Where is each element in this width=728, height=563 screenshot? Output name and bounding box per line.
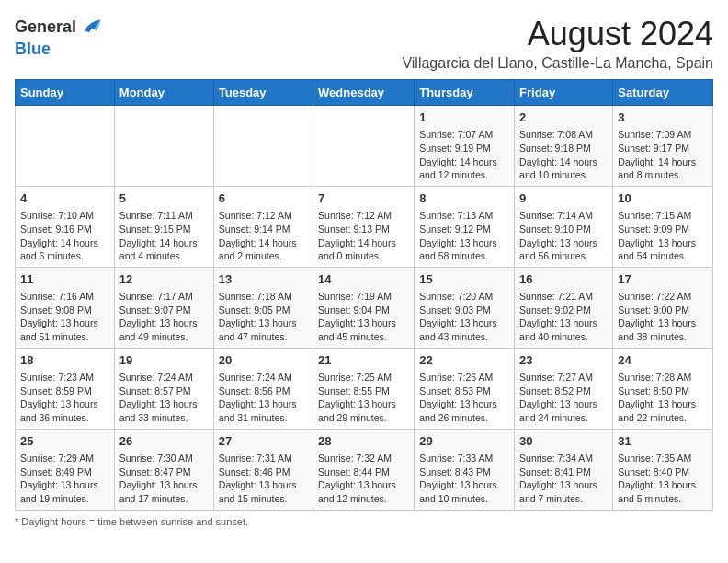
day-info: Sunrise: 7:24 AM Sunset: 8:56 PM Dayligh…	[219, 371, 308, 425]
day-info: Sunrise: 7:18 AM Sunset: 9:05 PM Dayligh…	[219, 290, 308, 344]
calendar-cell	[213, 106, 313, 187]
day-number: 7	[318, 190, 409, 207]
day-info: Sunrise: 7:25 AM Sunset: 8:55 PM Dayligh…	[318, 371, 409, 425]
day-info: Sunrise: 7:32 AM Sunset: 8:44 PM Dayligh…	[318, 452, 409, 506]
calendar-cell: 21Sunrise: 7:25 AM Sunset: 8:55 PM Dayli…	[313, 348, 415, 429]
day-number: 16	[519, 271, 608, 288]
day-number: 20	[219, 352, 308, 369]
calendar-cell: 24Sunrise: 7:28 AM Sunset: 8:50 PM Dayli…	[613, 348, 713, 429]
day-number: 25	[20, 433, 109, 450]
day-number: 24	[618, 352, 708, 369]
calendar-table: SundayMondayTuesdayWednesdayThursdayFrid…	[15, 79, 713, 511]
day-number: 14	[318, 271, 409, 288]
subtitle: Villagarcia del Llano, Castille-La Manch…	[402, 55, 713, 72]
day-number: 9	[519, 190, 608, 207]
calendar-cell: 14Sunrise: 7:19 AM Sunset: 9:04 PM Dayli…	[313, 267, 415, 348]
day-info: Sunrise: 7:09 AM Sunset: 9:17 PM Dayligh…	[618, 128, 708, 182]
calendar-cell: 18Sunrise: 7:23 AM Sunset: 8:59 PM Dayli…	[16, 348, 115, 429]
week-row-1: 1Sunrise: 7:07 AM Sunset: 9:19 PM Daylig…	[16, 106, 713, 187]
day-info: Sunrise: 7:13 AM Sunset: 9:12 PM Dayligh…	[419, 209, 509, 263]
day-info: Sunrise: 7:30 AM Sunset: 8:47 PM Dayligh…	[119, 452, 209, 506]
calendar-cell: 27Sunrise: 7:31 AM Sunset: 8:46 PM Dayli…	[213, 429, 313, 510]
footer-note: * Daylight hours = time between sunrise …	[15, 516, 713, 527]
calendar-cell: 1Sunrise: 7:07 AM Sunset: 9:19 PM Daylig…	[415, 106, 515, 187]
week-row-3: 11Sunrise: 7:16 AM Sunset: 9:08 PM Dayli…	[16, 267, 713, 348]
calendar-cell: 16Sunrise: 7:21 AM Sunset: 9:02 PM Dayli…	[515, 267, 613, 348]
day-info: Sunrise: 7:14 AM Sunset: 9:10 PM Dayligh…	[519, 209, 608, 263]
column-header-saturday: Saturday	[613, 80, 713, 106]
column-header-sunday: Sunday	[16, 80, 115, 106]
calendar-cell: 13Sunrise: 7:18 AM Sunset: 9:05 PM Dayli…	[213, 267, 313, 348]
day-number: 1	[419, 109, 509, 126]
column-header-tuesday: Tuesday	[213, 80, 313, 106]
calendar-cell: 31Sunrise: 7:35 AM Sunset: 8:40 PM Dayli…	[613, 429, 713, 510]
day-number: 13	[219, 271, 308, 288]
calendar-cell: 19Sunrise: 7:24 AM Sunset: 8:57 PM Dayli…	[114, 348, 213, 429]
day-info: Sunrise: 7:19 AM Sunset: 9:04 PM Dayligh…	[318, 290, 409, 344]
day-number: 29	[419, 433, 509, 450]
day-info: Sunrise: 7:21 AM Sunset: 9:02 PM Dayligh…	[519, 290, 608, 344]
day-number: 28	[318, 433, 409, 450]
day-number: 27	[219, 433, 308, 450]
day-info: Sunrise: 7:24 AM Sunset: 8:57 PM Dayligh…	[119, 371, 209, 425]
day-info: Sunrise: 7:16 AM Sunset: 9:08 PM Dayligh…	[20, 290, 109, 344]
day-number: 10	[618, 190, 708, 207]
day-info: Sunrise: 7:34 AM Sunset: 8:41 PM Dayligh…	[519, 452, 608, 506]
calendar-cell: 29Sunrise: 7:33 AM Sunset: 8:43 PM Dayli…	[415, 429, 515, 510]
calendar-cell: 9Sunrise: 7:14 AM Sunset: 9:10 PM Daylig…	[515, 186, 613, 267]
day-info: Sunrise: 7:35 AM Sunset: 8:40 PM Dayligh…	[618, 452, 708, 506]
day-number: 5	[119, 190, 209, 207]
day-info: Sunrise: 7:20 AM Sunset: 9:03 PM Dayligh…	[419, 290, 509, 344]
day-number: 4	[20, 190, 109, 207]
calendar-cell: 5Sunrise: 7:11 AM Sunset: 9:15 PM Daylig…	[114, 186, 213, 267]
day-number: 2	[519, 109, 608, 126]
day-number: 19	[119, 352, 209, 369]
calendar-cell: 26Sunrise: 7:30 AM Sunset: 8:47 PM Dayli…	[114, 429, 213, 510]
day-number: 26	[119, 433, 209, 450]
calendar-cell: 30Sunrise: 7:34 AM Sunset: 8:41 PM Dayli…	[515, 429, 613, 510]
day-number: 8	[419, 190, 509, 207]
column-header-wednesday: Wednesday	[313, 80, 415, 106]
logo-bird-icon	[78, 15, 104, 40]
daylight-label: Daylight hours	[21, 516, 85, 527]
calendar-cell: 20Sunrise: 7:24 AM Sunset: 8:56 PM Dayli…	[213, 348, 313, 429]
day-info: Sunrise: 7:12 AM Sunset: 9:14 PM Dayligh…	[219, 209, 308, 263]
column-header-thursday: Thursday	[415, 80, 515, 106]
week-row-4: 18Sunrise: 7:23 AM Sunset: 8:59 PM Dayli…	[16, 348, 713, 429]
calendar-cell: 23Sunrise: 7:27 AM Sunset: 8:52 PM Dayli…	[515, 348, 613, 429]
calendar-cell	[114, 106, 213, 187]
logo-text-blue: Blue	[15, 40, 51, 59]
calendar-cell: 25Sunrise: 7:29 AM Sunset: 8:49 PM Dayli…	[16, 429, 115, 510]
calendar-cell: 17Sunrise: 7:22 AM Sunset: 9:00 PM Dayli…	[613, 267, 713, 348]
day-info: Sunrise: 7:26 AM Sunset: 8:53 PM Dayligh…	[419, 371, 509, 425]
calendar-cell: 28Sunrise: 7:32 AM Sunset: 8:44 PM Dayli…	[313, 429, 415, 510]
calendar-cell: 3Sunrise: 7:09 AM Sunset: 9:17 PM Daylig…	[613, 106, 713, 187]
day-info: Sunrise: 7:08 AM Sunset: 9:18 PM Dayligh…	[519, 128, 608, 182]
week-row-2: 4Sunrise: 7:10 AM Sunset: 9:16 PM Daylig…	[16, 186, 713, 267]
calendar-header-row: SundayMondayTuesdayWednesdayThursdayFrid…	[16, 80, 713, 106]
calendar-cell: 6Sunrise: 7:12 AM Sunset: 9:14 PM Daylig…	[213, 186, 313, 267]
title-area: August 2024 Villagarcia del Llano, Casti…	[402, 15, 713, 72]
calendar-cell: 4Sunrise: 7:10 AM Sunset: 9:16 PM Daylig…	[16, 186, 115, 267]
calendar-cell: 22Sunrise: 7:26 AM Sunset: 8:53 PM Dayli…	[415, 348, 515, 429]
day-info: Sunrise: 7:23 AM Sunset: 8:59 PM Dayligh…	[20, 371, 109, 425]
day-number: 12	[119, 271, 209, 288]
day-info: Sunrise: 7:22 AM Sunset: 9:00 PM Dayligh…	[618, 290, 708, 344]
calendar-cell	[16, 106, 115, 187]
day-info: Sunrise: 7:11 AM Sunset: 9:15 PM Dayligh…	[119, 209, 209, 263]
day-info: Sunrise: 7:12 AM Sunset: 9:13 PM Dayligh…	[318, 209, 409, 263]
column-header-friday: Friday	[515, 80, 613, 106]
calendar-cell: 10Sunrise: 7:15 AM Sunset: 9:09 PM Dayli…	[613, 186, 713, 267]
day-number: 3	[618, 109, 708, 126]
day-number: 23	[519, 352, 608, 369]
day-info: Sunrise: 7:28 AM Sunset: 8:50 PM Dayligh…	[618, 371, 708, 425]
day-number: 15	[419, 271, 509, 288]
day-number: 31	[618, 433, 708, 450]
day-info: Sunrise: 7:07 AM Sunset: 9:19 PM Dayligh…	[419, 128, 509, 182]
week-row-5: 25Sunrise: 7:29 AM Sunset: 8:49 PM Dayli…	[16, 429, 713, 510]
calendar-cell: 12Sunrise: 7:17 AM Sunset: 9:07 PM Dayli…	[114, 267, 213, 348]
day-info: Sunrise: 7:15 AM Sunset: 9:09 PM Dayligh…	[618, 209, 708, 263]
day-number: 11	[20, 271, 109, 288]
day-info: Sunrise: 7:31 AM Sunset: 8:46 PM Dayligh…	[219, 452, 308, 506]
calendar-cell: 11Sunrise: 7:16 AM Sunset: 9:08 PM Dayli…	[16, 267, 115, 348]
